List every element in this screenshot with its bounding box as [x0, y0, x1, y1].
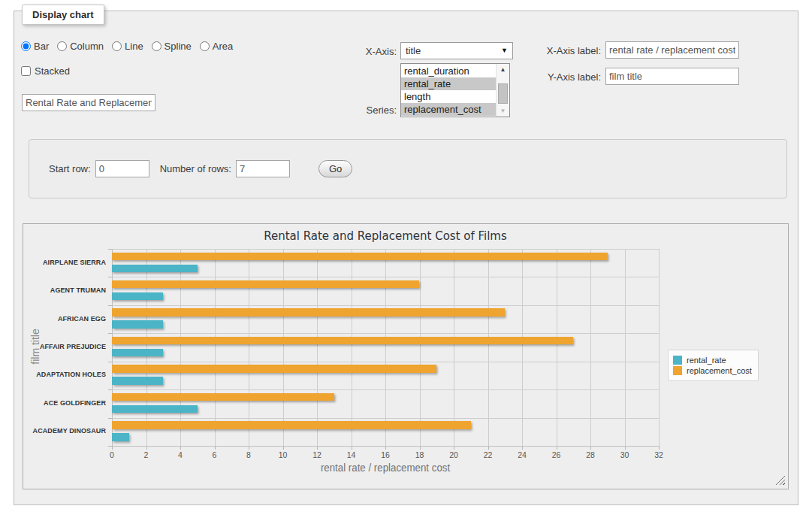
chart-type-radio-line[interactable]: [112, 41, 122, 51]
chart-type-option-column[interactable]: Column: [57, 41, 104, 52]
chart-type-option-line[interactable]: Line: [112, 41, 143, 52]
bar-rental_rate: [112, 433, 129, 441]
x-tick-label: 12: [306, 450, 328, 459]
gridline: [215, 249, 216, 446]
y-tickmark: [108, 305, 112, 306]
y-tickmark: [108, 333, 112, 334]
chart-type-radiogroup: BarColumnLineSplineArea: [21, 41, 241, 52]
scroll-down-icon[interactable]: ▼: [497, 105, 509, 117]
gridline: [385, 249, 386, 446]
chart-type-option-bar[interactable]: Bar: [21, 41, 49, 52]
start-row-label: Start row:: [49, 163, 91, 174]
chart-type-radio-label: Bar: [34, 41, 49, 52]
y-tickmark: [108, 249, 112, 250]
bar-replacement_cost: [112, 337, 573, 345]
chart-type-radio-label: Column: [70, 41, 104, 52]
chart-panel: Rental Rate and Replacement Cost of Film…: [23, 223, 789, 489]
series-picker-label: Series:: [331, 105, 397, 116]
gridline: [590, 249, 591, 446]
chart-type-radio-spline[interactable]: [152, 41, 161, 51]
y-axis-label-input[interactable]: [605, 68, 739, 85]
bar-rental_rate: [112, 320, 163, 329]
fieldset-legend: Display chart: [22, 5, 104, 25]
y-tickmark: [108, 389, 112, 390]
x-tick-label: 14: [340, 450, 363, 459]
chart-type-radio-area[interactable]: [200, 41, 210, 51]
row-controls: Start row: Number of rows: Go: [49, 140, 352, 198]
gridline: [112, 249, 113, 446]
gridline: [317, 249, 318, 446]
x-tick-label: 22: [477, 450, 500, 459]
x-tick-label: 18: [409, 450, 431, 459]
y-tickmark: [108, 418, 112, 419]
stacked-checkbox-row[interactable]: Stacked: [21, 65, 70, 77]
number-of-rows-input[interactable]: [236, 160, 290, 177]
bar-replacement_cost: [112, 365, 436, 373]
series-option-rental_rate[interactable]: rental_rate: [401, 77, 497, 90]
gridline: [454, 249, 454, 446]
chart-type-radio-column[interactable]: [57, 41, 67, 51]
x-tick-label: 32: [647, 450, 670, 459]
chart-title-input[interactable]: [22, 94, 155, 111]
x-tick-label: 10: [272, 450, 294, 459]
x-tickmark: [659, 446, 660, 450]
chart-type-radio-label: Line: [125, 41, 143, 52]
x-axis-label-input[interactable]: [605, 41, 739, 59]
x-axis-picker-label: X-Axis:: [331, 46, 397, 57]
chart-type-radio-label: Area: [213, 41, 233, 52]
series-listbox-options: rental_durationrental_ratelengthreplacem…: [401, 65, 497, 116]
x-tick-label: 8: [237, 450, 260, 459]
go-button[interactable]: Go: [318, 160, 352, 177]
gridline: [146, 249, 147, 446]
x-tick-label: 26: [545, 450, 568, 459]
x-axis-select-value: title: [406, 45, 421, 56]
legend-item-replacement_cost[interactable]: replacement_cost: [673, 366, 752, 375]
series-option-rental_duration[interactable]: rental_duration: [401, 65, 497, 77]
stacked-checkbox[interactable]: [21, 66, 31, 76]
start-row-input[interactable]: [95, 160, 149, 177]
number-of-rows-label: Number of rows:: [160, 163, 231, 174]
bar-replacement_cost: [112, 421, 471, 429]
gridline: [557, 249, 557, 446]
gridline: [283, 249, 284, 446]
chart-legend: rental_ratereplacement_cost: [668, 350, 759, 381]
bar-rental_rate: [112, 265, 198, 273]
gridline: [249, 249, 249, 446]
chart-type-option-area[interactable]: Area: [200, 41, 233, 52]
bar-replacement_cost: [112, 393, 334, 401]
series-listbox-scrollbar[interactable]: ▲ ▼: [496, 64, 509, 117]
scrollbar-thumb[interactable]: [498, 83, 508, 104]
x-tick-label: 28: [579, 450, 602, 459]
x-tick-label: 2: [135, 450, 158, 459]
gridline: [625, 249, 626, 446]
y-tickmark: [108, 362, 112, 362]
x-tick-label: 20: [442, 450, 465, 459]
gridline: [180, 249, 181, 446]
series-option-replacement_cost[interactable]: replacement_cost: [401, 103, 497, 116]
y-axis-label-field-label: Y-Axis label:: [517, 71, 601, 83]
x-axis-select[interactable]: title ▼: [400, 42, 513, 59]
chart-type-radio-label: Spline: [165, 41, 192, 52]
x-tick-label: 0: [101, 450, 123, 459]
legend-label: rental_rate: [687, 356, 726, 365]
series-listbox[interactable]: rental_durationrental_ratelengthreplacem…: [400, 63, 510, 117]
chevron-down-icon: ▼: [501, 47, 508, 54]
legend-swatch-icon: [673, 366, 682, 375]
y-tickmark: [108, 277, 112, 277]
y-tickmark: [108, 446, 112, 447]
bar-rental_rate: [112, 349, 163, 357]
gridline: [420, 249, 421, 446]
legend-item-rental_rate[interactable]: rental_rate: [673, 356, 752, 365]
chart-type-radio-bar[interactable]: [21, 41, 31, 51]
bar-replacement_cost: [112, 253, 608, 261]
x-axis-line: [112, 446, 659, 447]
y-axis-title: film title: [29, 248, 41, 445]
legend-label: replacement_cost: [687, 366, 752, 375]
x-axis-title: rental rate / replacement cost: [125, 462, 645, 474]
scroll-up-icon[interactable]: ▲: [497, 64, 509, 75]
stacked-label: Stacked: [35, 65, 70, 77]
chart-type-option-spline[interactable]: Spline: [152, 41, 192, 52]
x-tick-label: 6: [204, 450, 226, 459]
series-option-length[interactable]: length: [401, 90, 497, 103]
bar-rental_rate: [112, 405, 198, 414]
